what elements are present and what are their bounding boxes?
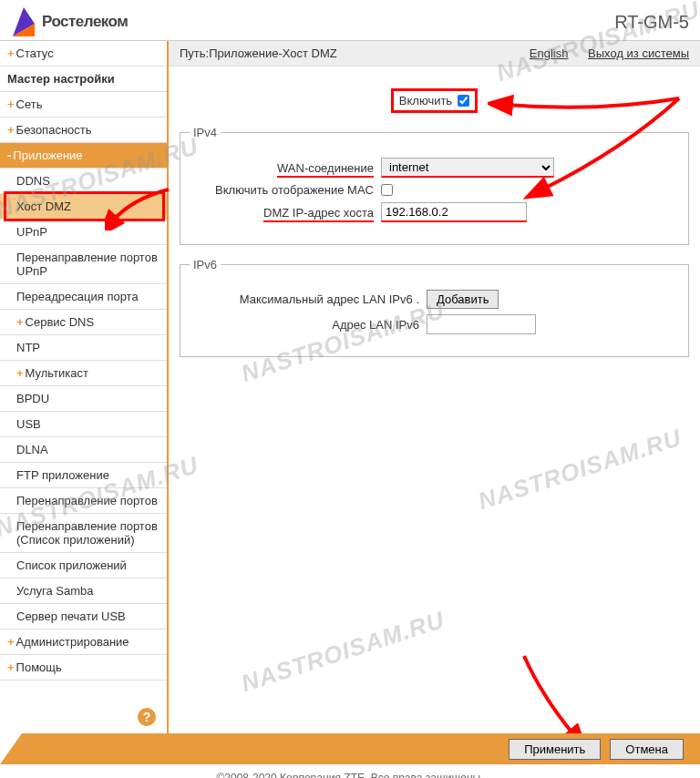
nav-usb[interactable]: USB [0, 412, 167, 437]
nav-status[interactable]: +Статус [0, 41, 167, 67]
dmz-ip-input[interactable] [381, 202, 527, 222]
wan-label: WAN-соединение [190, 161, 381, 175]
lang-english-link[interactable]: English [530, 46, 569, 60]
nav-admin[interactable]: +Администрирование [0, 630, 167, 655]
ipv6-addr-input[interactable] [427, 314, 536, 334]
annotation-arrow [515, 651, 588, 742]
add-button[interactable]: Добавить [427, 290, 499, 309]
nav-security[interactable]: +Безопасность [0, 118, 167, 143]
breadcrumb: Путь:Приложение-Хост DMZ [180, 46, 337, 60]
ipv6-max-label: Максимальный адрес LAN IPv6 . [190, 292, 427, 306]
wan-select[interactable]: internet [381, 158, 554, 178]
logo-text: Ростелеком [42, 13, 128, 31]
breadcrumb-bar: Путь:Приложение-Хост DMZ English Выход и… [169, 41, 700, 67]
ipv6-legend: IPv6 [190, 258, 221, 271]
dmz-label: DMZ IP-адрес хоста [190, 206, 381, 220]
mac-label: Включить отображение MAC [190, 183, 381, 197]
nav-bpdu[interactable]: BPDU [0, 386, 167, 412]
ipv4-fieldset: IPv4 WAN-соединение internet Включить от… [180, 126, 689, 245]
ipv4-legend: IPv4 [190, 126, 221, 139]
nav-wizard[interactable]: Мастер настройки [0, 67, 167, 92]
nav-port-redir-list[interactable]: Перенаправление портов (Список приложени… [0, 514, 167, 553]
nav-ftp[interactable]: FTP приложение [0, 463, 167, 488]
nav-ntp[interactable]: NTP [0, 335, 167, 361]
nav-port-redir[interactable]: Перенаправление портов [0, 488, 167, 514]
nav-dlna[interactable]: DLNA [0, 437, 167, 463]
ipv6-addr-label: Адрес LAN IPv6 [190, 318, 427, 332]
help-icon[interactable]: ? [138, 708, 156, 726]
nav-dmz-host[interactable]: Хост DMZ [0, 194, 167, 220]
nav-multicast[interactable]: +Мультикаст [0, 361, 167, 386]
content-panel: Включить IPv4 WAN-соединение internet Вк… [169, 67, 700, 733]
nav-application[interactable]: -Приложение [0, 143, 167, 169]
main-area: Путь:Приложение-Хост DMZ English Выход и… [169, 41, 700, 733]
footer-actions: Применить Отмена [0, 733, 700, 764]
copyright-text: ©2008-2020 Корпорация ZTE. Все права защ… [0, 764, 700, 778]
enable-label: Включить [399, 94, 452, 107]
nav-samba[interactable]: Услуга Samba [0, 578, 167, 604]
mac-checkbox[interactable] [381, 184, 393, 196]
logout-link[interactable]: Выход из системы [588, 46, 689, 60]
rostelecom-icon [11, 5, 36, 38]
nav-app-list[interactable]: Список приложений [0, 553, 167, 578]
nav-upnp[interactable]: UPnP [0, 220, 167, 245]
logo: Ростелеком [11, 5, 128, 38]
app-header: Ростелеком RT-GM-5 [0, 0, 700, 41]
nav-dns-service[interactable]: +Сервис DNS [0, 310, 167, 335]
model-label: RT-GM-5 [614, 12, 689, 33]
nav-port-forward[interactable]: Переадресация порта [0, 284, 167, 310]
cancel-button[interactable]: Отмена [610, 739, 684, 760]
sidebar: +Статус Мастер настройки +Сеть +Безопасн… [0, 41, 169, 733]
nav-usb-print[interactable]: Сервер печати USB [0, 604, 167, 630]
nav-network[interactable]: +Сеть [0, 92, 167, 118]
nav-help[interactable]: +Помощь [0, 655, 167, 681]
enable-highlight: Включить [391, 88, 478, 113]
nav-ddns[interactable]: DDNS [0, 169, 167, 194]
ipv6-fieldset: IPv6 Максимальный адрес LAN IPv6 . Добав… [180, 258, 689, 357]
apply-button[interactable]: Применить [509, 739, 601, 760]
enable-checkbox[interactable] [458, 95, 469, 107]
nav-upnp-port-map[interactable]: Перенаправление портов UPnP [0, 245, 167, 284]
